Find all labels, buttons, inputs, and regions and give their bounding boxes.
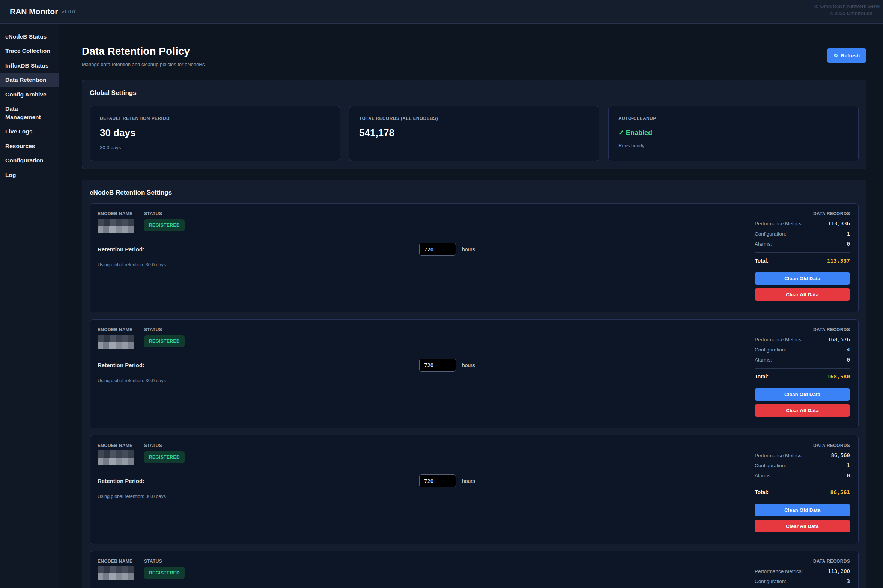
stat-value: 30 days xyxy=(100,127,330,139)
hours-label: hours xyxy=(462,478,475,484)
stat-note: Runs hourly xyxy=(618,143,848,148)
enodeb-card: ENODEB NAME STATUS REGISTERED Retention … xyxy=(90,319,859,428)
enodeb-card: ENODEB NAME STATUS REGISTERED Retention … xyxy=(90,435,859,544)
clear-all-data-button[interactable]: Clear All Data xyxy=(755,520,850,532)
enodeb-name-redacted xyxy=(98,334,134,349)
header-right-text: x: Omnitouch Network Servi © 2025 Omnito… xyxy=(814,3,880,16)
retention-hours-input[interactable] xyxy=(419,474,456,488)
status-badge: REGISTERED xyxy=(144,335,185,347)
enodeb-name-label: ENODEB NAME xyxy=(98,327,134,332)
alarms-label: Alarms: xyxy=(755,241,772,247)
refresh-button[interactable]: ↻ Refresh xyxy=(827,48,866,63)
perf-metrics-value: 113,336 xyxy=(828,220,850,226)
page-subtitle: Manage data retention and cleanup polici… xyxy=(82,62,205,67)
app-header: RAN Monitor v1.0.0 x: Omnitouch Network … xyxy=(0,0,883,24)
clean-old-data-button[interactable]: Clean Old Data xyxy=(755,272,850,285)
stat-card-default-retention: DEFAULT RETENTION PERIOD 30 days 30.0 da… xyxy=(90,106,340,161)
configuration-label: Configuration: xyxy=(755,347,786,352)
configuration-label: Configuration: xyxy=(755,231,786,237)
stat-label: AUTO-CLEANUP xyxy=(618,116,848,121)
stat-value-enabled: ✓ Enabled xyxy=(618,129,848,137)
stat-card-auto-cleanup: AUTO-CLEANUP ✓ Enabled Runs hourly xyxy=(608,106,859,161)
main-content: Data Retention Policy Manage data retent… xyxy=(59,24,883,588)
clear-all-data-button[interactable]: Clear All Data xyxy=(755,404,850,417)
alarms-label: Alarms: xyxy=(755,473,772,478)
configuration-value: 1 xyxy=(847,462,850,468)
retention-period-label: Retention Period: xyxy=(98,246,419,252)
enodeb-name-label: ENODEB NAME xyxy=(98,559,134,564)
alarms-value: 0 xyxy=(847,357,850,363)
sidebar-item-influxdb-status[interactable]: InfluxDB Status xyxy=(0,58,59,73)
enodeb-card: ENODEB NAME STATUS REGISTERED Retention … xyxy=(90,551,859,588)
retention-hours-input[interactable] xyxy=(419,243,456,256)
perf-metrics-label: Performance Metrics: xyxy=(755,221,803,226)
retention-note: Using global retention: 30.0 days xyxy=(98,494,747,499)
perf-metrics-label: Performance Metrics: xyxy=(755,453,803,458)
global-settings-panel: Global Settings DEFAULT RETENTION PERIOD… xyxy=(82,80,866,169)
enodeb-name-redacted xyxy=(98,450,134,465)
alarms-label: Alarms: xyxy=(755,357,772,363)
sidebar-item-log[interactable]: Log xyxy=(0,168,59,182)
app-title: RAN Monitor xyxy=(10,7,58,16)
total-value: 168,580 xyxy=(827,374,850,380)
hours-label: hours xyxy=(462,246,475,252)
status-label: STATUS xyxy=(144,443,185,448)
stat-label: TOTAL RECORDS (ALL ENODEBS) xyxy=(359,116,589,121)
enodeb-name-label: ENODEB NAME xyxy=(98,211,134,216)
sidebar-item-resources[interactable]: Resources xyxy=(0,139,59,153)
perf-metrics-label: Performance Metrics: xyxy=(755,337,803,342)
stat-note: 30.0 days xyxy=(100,145,330,150)
perf-metrics-label: Performance Metrics: xyxy=(755,568,803,574)
enodeb-name-redacted xyxy=(98,566,134,580)
refresh-button-label: Refresh xyxy=(841,53,860,58)
status-badge: REGISTERED xyxy=(144,567,185,579)
sidebar-item-config-archive[interactable]: Config Archive xyxy=(0,87,59,102)
configuration-value: 1 xyxy=(847,231,850,237)
configuration-value: 4 xyxy=(847,346,850,352)
sidebar-item-configuration[interactable]: Configuration xyxy=(0,153,59,168)
hours-label: hours xyxy=(462,362,475,368)
configuration-label: Configuration: xyxy=(755,463,786,468)
data-records-label: DATA RECORDS xyxy=(755,559,850,564)
clean-old-data-button[interactable]: Clean Old Data xyxy=(755,388,850,400)
clean-old-data-button[interactable]: Clean Old Data xyxy=(755,504,850,516)
perf-metrics-value: 113,200 xyxy=(828,568,850,574)
sidebar-item-data-retention[interactable]: Data Retention xyxy=(0,73,59,87)
status-badge: REGISTERED xyxy=(144,451,185,463)
enodeb-card: ENODEB NAME STATUS REGISTERED Retention … xyxy=(90,203,859,312)
sidebar-item-data-management[interactable]: Data Management xyxy=(0,102,59,124)
total-label: Total: xyxy=(755,489,769,495)
stat-card-total-records: TOTAL RECORDS (ALL ENODEBS) 541,178 xyxy=(349,106,599,161)
total-value: 86,561 xyxy=(830,489,850,495)
retention-note: Using global retention: 30.0 days xyxy=(98,262,747,267)
enodeb-retention-panel: eNodeB Retention Settings ENODEB NAME ST… xyxy=(82,180,866,588)
configuration-value: 3 xyxy=(847,578,850,584)
total-label: Total: xyxy=(755,374,769,380)
sidebar-item-live-logs[interactable]: Live Logs xyxy=(0,124,59,139)
status-badge: REGISTERED xyxy=(144,219,185,231)
page-title: Data Retention Policy xyxy=(82,45,205,57)
clear-all-data-button[interactable]: Clear All Data xyxy=(755,288,850,301)
retention-hours-input[interactable] xyxy=(419,358,456,372)
page-header: Data Retention Policy Manage data retent… xyxy=(82,45,866,67)
sidebar-item-trace-collection[interactable]: Trace Collection xyxy=(0,44,59,58)
retention-note: Using global retention: 30.0 days xyxy=(98,378,747,383)
perf-metrics-value: 86,560 xyxy=(831,452,850,458)
data-records-label: DATA RECORDS xyxy=(755,327,850,332)
org-line: x: Omnitouch Network Servi xyxy=(814,3,880,9)
divider xyxy=(755,252,850,253)
stat-label: DEFAULT RETENTION PERIOD xyxy=(100,116,330,121)
enodeb-name-redacted xyxy=(98,219,134,233)
global-settings-cards: DEFAULT RETENTION PERIOD 30 days 30.0 da… xyxy=(90,106,859,161)
alarms-value: 0 xyxy=(847,241,850,247)
configuration-label: Configuration: xyxy=(755,579,786,584)
sidebar: eNodeB Status Trace Collection InfluxDB … xyxy=(0,24,59,588)
refresh-icon: ↻ xyxy=(833,52,838,58)
app-version: v1.0.0 xyxy=(62,9,75,15)
status-label: STATUS xyxy=(144,559,185,564)
retention-period-label: Retention Period: xyxy=(98,478,419,484)
sidebar-item-enodeb-status[interactable]: eNodeB Status xyxy=(0,30,59,44)
perf-metrics-value: 168,576 xyxy=(828,336,850,342)
total-label: Total: xyxy=(755,258,769,264)
divider xyxy=(755,368,850,369)
